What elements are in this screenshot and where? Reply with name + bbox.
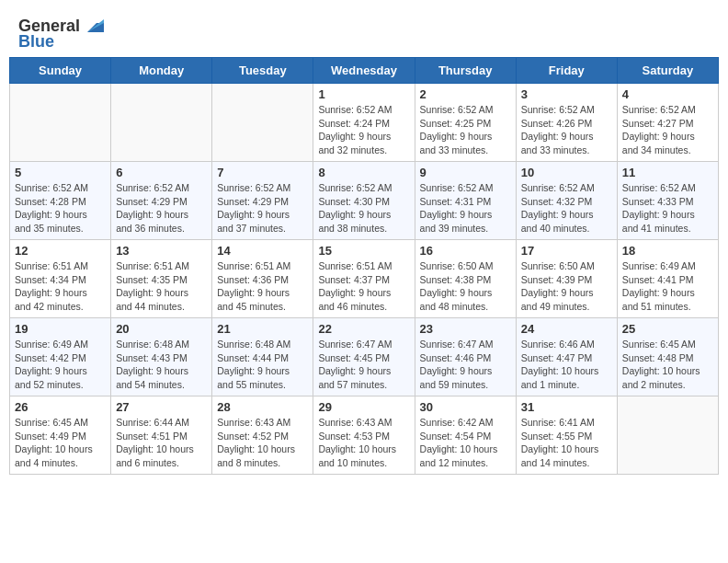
calendar-day-cell: 2Sunrise: 6:52 AMSunset: 4:25 PMDaylight… <box>415 84 516 162</box>
day-number: 4 <box>622 87 713 101</box>
calendar-day-cell <box>10 84 111 162</box>
calendar-day-cell: 5Sunrise: 6:52 AMSunset: 4:28 PMDaylight… <box>10 162 111 240</box>
day-number: 23 <box>420 322 511 336</box>
calendar-day-cell: 12Sunrise: 6:51 AMSunset: 4:34 PMDayligh… <box>10 240 111 318</box>
day-number: 1 <box>318 87 409 101</box>
calendar-day-cell: 3Sunrise: 6:52 AMSunset: 4:26 PMDaylight… <box>516 84 617 162</box>
day-info: Sunrise: 6:41 AMSunset: 4:55 PMDaylight:… <box>521 416 612 470</box>
day-number: 7 <box>217 166 308 179</box>
day-number: 24 <box>521 322 612 336</box>
day-info: Sunrise: 6:43 AMSunset: 4:53 PMDaylight:… <box>318 416 409 470</box>
weekday-header: Wednesday <box>313 58 415 84</box>
day-info: Sunrise: 6:52 AMSunset: 4:24 PMDaylight:… <box>318 103 409 157</box>
weekday-header: Monday <box>111 58 212 84</box>
day-info: Sunrise: 6:52 AMSunset: 4:26 PMDaylight:… <box>521 103 612 157</box>
weekday-header-row: SundayMondayTuesdayWednesdayThursdayFrid… <box>10 58 719 84</box>
calendar-day-cell: 28Sunrise: 6:43 AMSunset: 4:52 PMDayligh… <box>212 396 313 475</box>
day-number: 17 <box>521 244 612 258</box>
day-number: 25 <box>622 322 713 336</box>
day-info: Sunrise: 6:44 AMSunset: 4:51 PMDaylight:… <box>116 416 207 470</box>
day-number: 28 <box>217 400 308 414</box>
day-number: 19 <box>15 322 106 336</box>
calendar-week-row: 5Sunrise: 6:52 AMSunset: 4:28 PMDaylight… <box>10 162 719 240</box>
calendar-week-row: 1Sunrise: 6:52 AMSunset: 4:24 PMDaylight… <box>10 84 719 162</box>
logo: General Blue <box>18 17 104 52</box>
day-number: 30 <box>420 400 511 414</box>
calendar-day-cell: 17Sunrise: 6:50 AMSunset: 4:39 PMDayligh… <box>516 240 617 318</box>
calendar-day-cell: 8Sunrise: 6:52 AMSunset: 4:30 PMDaylight… <box>313 162 415 240</box>
weekday-header: Friday <box>516 58 617 84</box>
day-info: Sunrise: 6:52 AMSunset: 4:30 PMDaylight:… <box>318 181 409 236</box>
day-info: Sunrise: 6:50 AMSunset: 4:39 PMDaylight:… <box>521 259 612 314</box>
weekday-header: Saturday <box>617 58 718 84</box>
calendar-day-cell: 20Sunrise: 6:48 AMSunset: 4:43 PMDayligh… <box>111 318 212 396</box>
logo-blue-text: Blue <box>18 32 54 52</box>
day-info: Sunrise: 6:50 AMSunset: 4:38 PMDaylight:… <box>420 259 511 314</box>
calendar-day-cell: 6Sunrise: 6:52 AMSunset: 4:29 PMDaylight… <box>111 162 212 240</box>
calendar-day-cell: 14Sunrise: 6:51 AMSunset: 4:36 PMDayligh… <box>212 240 313 318</box>
day-info: Sunrise: 6:52 AMSunset: 4:25 PMDaylight:… <box>420 103 511 157</box>
day-number: 26 <box>15 400 106 414</box>
day-number: 2 <box>420 87 511 101</box>
calendar-day-cell: 1Sunrise: 6:52 AMSunset: 4:24 PMDaylight… <box>313 84 415 162</box>
calendar-day-cell: 7Sunrise: 6:52 AMSunset: 4:29 PMDaylight… <box>212 162 313 240</box>
day-number: 11 <box>622 166 713 179</box>
day-number: 13 <box>116 244 207 258</box>
calendar-day-cell: 16Sunrise: 6:50 AMSunset: 4:38 PMDayligh… <box>415 240 516 318</box>
day-info: Sunrise: 6:52 AMSunset: 4:29 PMDaylight:… <box>116 181 207 236</box>
day-info: Sunrise: 6:48 AMSunset: 4:44 PMDaylight:… <box>217 338 308 392</box>
calendar-day-cell <box>617 396 718 475</box>
calendar-day-cell: 18Sunrise: 6:49 AMSunset: 4:41 PMDayligh… <box>617 240 718 318</box>
day-info: Sunrise: 6:43 AMSunset: 4:52 PMDaylight:… <box>217 416 308 470</box>
day-info: Sunrise: 6:51 AMSunset: 4:37 PMDaylight:… <box>318 259 409 314</box>
day-number: 20 <box>116 322 207 336</box>
calendar-day-cell <box>212 84 313 162</box>
calendar-day-cell: 24Sunrise: 6:46 AMSunset: 4:47 PMDayligh… <box>516 318 617 396</box>
calendar-day-cell: 22Sunrise: 6:47 AMSunset: 4:45 PMDayligh… <box>313 318 415 396</box>
day-info: Sunrise: 6:49 AMSunset: 4:41 PMDaylight:… <box>622 259 713 314</box>
day-info: Sunrise: 6:52 AMSunset: 4:29 PMDaylight:… <box>217 181 308 236</box>
day-number: 14 <box>217 244 308 258</box>
page-header: General Blue <box>9 9 719 57</box>
day-info: Sunrise: 6:52 AMSunset: 4:28 PMDaylight:… <box>15 181 106 236</box>
weekday-header: Thursday <box>415 58 516 84</box>
calendar-day-cell: 27Sunrise: 6:44 AMSunset: 4:51 PMDayligh… <box>111 396 212 475</box>
day-number: 3 <box>521 87 612 101</box>
calendar-day-cell <box>111 84 212 162</box>
day-info: Sunrise: 6:46 AMSunset: 4:47 PMDaylight:… <box>521 338 612 392</box>
day-number: 21 <box>217 322 308 336</box>
calendar-day-cell: 15Sunrise: 6:51 AMSunset: 4:37 PMDayligh… <box>313 240 415 318</box>
day-number: 6 <box>116 166 207 179</box>
calendar-week-row: 12Sunrise: 6:51 AMSunset: 4:34 PMDayligh… <box>10 240 719 318</box>
day-number: 15 <box>318 244 409 258</box>
day-info: Sunrise: 6:45 AMSunset: 4:49 PMDaylight:… <box>15 416 106 470</box>
calendar-day-cell: 30Sunrise: 6:42 AMSunset: 4:54 PMDayligh… <box>415 396 516 475</box>
calendar-day-cell: 13Sunrise: 6:51 AMSunset: 4:35 PMDayligh… <box>111 240 212 318</box>
day-number: 27 <box>116 400 207 414</box>
day-info: Sunrise: 6:49 AMSunset: 4:42 PMDaylight:… <box>15 338 106 392</box>
calendar-day-cell: 31Sunrise: 6:41 AMSunset: 4:55 PMDayligh… <box>516 396 617 475</box>
logo-icon <box>84 19 104 34</box>
day-number: 22 <box>318 322 409 336</box>
day-info: Sunrise: 6:52 AMSunset: 4:33 PMDaylight:… <box>622 181 713 236</box>
day-info: Sunrise: 6:45 AMSunset: 4:48 PMDaylight:… <box>622 338 713 392</box>
day-info: Sunrise: 6:52 AMSunset: 4:31 PMDaylight:… <box>420 181 511 236</box>
day-info: Sunrise: 6:48 AMSunset: 4:43 PMDaylight:… <box>116 338 207 392</box>
day-info: Sunrise: 6:52 AMSunset: 4:27 PMDaylight:… <box>622 103 713 157</box>
calendar-day-cell: 9Sunrise: 6:52 AMSunset: 4:31 PMDaylight… <box>415 162 516 240</box>
weekday-header: Tuesday <box>212 58 313 84</box>
calendar-day-cell: 21Sunrise: 6:48 AMSunset: 4:44 PMDayligh… <box>212 318 313 396</box>
day-number: 9 <box>420 166 511 179</box>
calendar-day-cell: 23Sunrise: 6:47 AMSunset: 4:46 PMDayligh… <box>415 318 516 396</box>
day-number: 8 <box>318 166 409 179</box>
day-number: 10 <box>521 166 612 179</box>
day-info: Sunrise: 6:51 AMSunset: 4:36 PMDaylight:… <box>217 259 308 314</box>
day-number: 31 <box>521 400 612 414</box>
day-number: 12 <box>15 244 106 258</box>
day-number: 5 <box>15 166 106 179</box>
calendar-week-row: 26Sunrise: 6:45 AMSunset: 4:49 PMDayligh… <box>10 396 719 475</box>
day-info: Sunrise: 6:47 AMSunset: 4:45 PMDaylight:… <box>318 338 409 392</box>
day-info: Sunrise: 6:51 AMSunset: 4:35 PMDaylight:… <box>116 259 207 314</box>
calendar-day-cell: 29Sunrise: 6:43 AMSunset: 4:53 PMDayligh… <box>313 396 415 475</box>
calendar-day-cell: 19Sunrise: 6:49 AMSunset: 4:42 PMDayligh… <box>10 318 111 396</box>
